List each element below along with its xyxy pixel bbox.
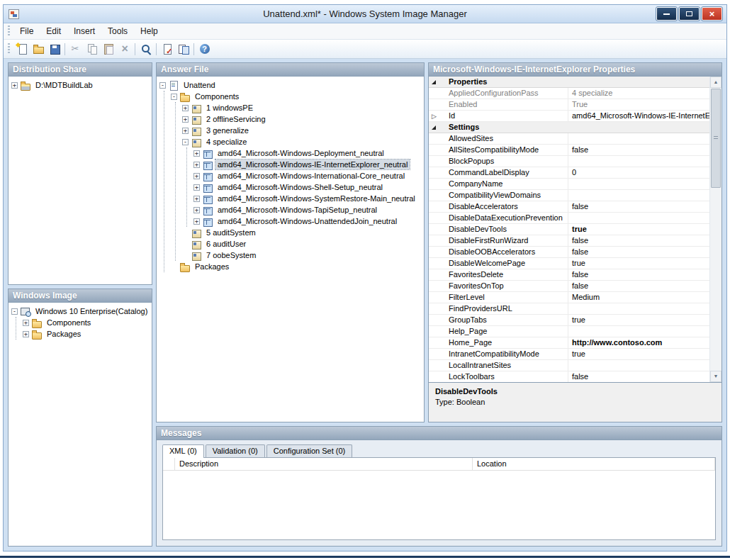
menu-tools[interactable]: Tools (101, 24, 134, 38)
tree-item-d-mdtbuildlab[interactable]: +D:\MDTBuildLab (11, 79, 150, 91)
tab-xml-0[interactable]: XML (0) (162, 444, 204, 458)
column-header-location[interactable]: Location (473, 458, 715, 470)
expand-toggle[interactable]: + (193, 150, 200, 157)
menu-file[interactable]: File (13, 24, 40, 38)
delete-button[interactable] (116, 41, 133, 57)
expand-toggle[interactable]: + (193, 162, 200, 168)
tree-item-amd64-microsoft-windows-systemrestore-main-neutral[interactable]: +amd64_Microsoft-Windows-SystemRestore-M… (193, 193, 422, 204)
tree-item-amd64-microsoft-windows-unattendedjoin-neutral[interactable]: +amd64_Microsoft-Windows-UnattendedJoin_… (193, 215, 422, 227)
tree-item-amd64-microsoft-windows-deployment-neutral[interactable]: +amd64_Microsoft-Windows-Deployment_neut… (193, 147, 422, 159)
menu-insert[interactable]: Insert (67, 24, 101, 38)
config-set-button[interactable] (175, 41, 191, 57)
property-value-compatibilityviewdomains[interactable] (568, 190, 709, 201)
tree-item-6-audituser[interactable]: 6 auditUser (182, 238, 422, 250)
property-value-locktoolbars[interactable]: false (568, 371, 709, 382)
tree-item-amd64-microsoft-windows-ie-internetexplorer-neutral[interactable]: +amd64_Microsoft-Windows-IE-InternetExpl… (193, 159, 422, 170)
find-button[interactable] (137, 41, 154, 57)
property-value-findprovidersurl[interactable] (568, 303, 709, 315)
tree-item-amd64-microsoft-windows-shell-setup-neutral[interactable]: +amd64_Microsoft-Windows-Shell-Setup_neu… (193, 181, 422, 193)
subcomponent-icon (203, 217, 213, 226)
title-bar[interactable]: Unattend.xml* - Windows System Image Man… (4, 5, 726, 23)
expand-toggle[interactable]: + (182, 128, 189, 134)
tree-item-components[interactable]: -Components (171, 91, 422, 102)
menu-edit[interactable]: Edit (40, 24, 67, 38)
minimize-button[interactable] (656, 7, 677, 21)
property-value-help-page[interactable] (568, 326, 709, 337)
expand-toggle[interactable]: + (182, 105, 189, 111)
tab-configuration-set-0[interactable]: Configuration Set (0) (266, 444, 353, 457)
scroll-up-icon[interactable]: ▲ (710, 77, 721, 88)
property-value-home-page[interactable]: http://www.contoso.com (568, 337, 709, 349)
property-value-blockpopups[interactable] (568, 156, 709, 167)
open-button[interactable] (30, 41, 46, 57)
expand-toggle[interactable]: + (193, 218, 200, 225)
property-value-enabled[interactable]: True (568, 99, 709, 111)
tree-item-1-windowspe[interactable]: +1 windowsPE (182, 102, 422, 113)
collapse-toggle[interactable]: - (182, 139, 189, 145)
copy-button[interactable] (84, 41, 100, 57)
property-value-appliedconfigurationpass[interactable]: 4 specialize (568, 88, 709, 99)
expand-toggle[interactable]: + (182, 116, 189, 123)
maximize-button[interactable] (679, 7, 700, 21)
help-button[interactable] (196, 41, 213, 57)
property-value-disableaccelerators[interactable]: false (568, 201, 709, 213)
property-value-disabledevtools[interactable]: true (568, 224, 709, 235)
tree-item-amd64-microsoft-windows-international-core-neutral[interactable]: +amd64_Microsoft-Windows-International-C… (193, 170, 422, 181)
tree-item-amd64-microsoft-windows-tapisetup-neutral[interactable]: +amd64_Microsoft-Windows-TapiSetup_neutr… (193, 204, 422, 215)
paste-button[interactable] (100, 41, 116, 57)
tab-validation-0[interactable]: Validation (0) (206, 444, 265, 457)
property-value-filterlevel[interactable]: Medium (568, 292, 709, 303)
tree-item-5-auditsystem[interactable]: 5 auditSystem (182, 227, 422, 238)
section-expander[interactable] (429, 122, 439, 133)
collapse-toggle[interactable]: - (11, 308, 18, 315)
property-value-favoritesdelete[interactable]: false (568, 269, 709, 281)
messages-list-empty[interactable] (163, 471, 715, 539)
property-value-intranetcompatibilitymode[interactable]: true (568, 349, 709, 360)
property-value-disableoobaccelerators[interactable]: false (568, 247, 709, 258)
tree-item-packages[interactable]: Packages (171, 261, 422, 272)
expand-toggle[interactable]: + (11, 82, 18, 89)
new-button[interactable] (13, 41, 30, 57)
property-value-companyname[interactable] (568, 179, 709, 190)
property-value-disablefirstrunwizard[interactable]: false (568, 235, 709, 247)
property-value-favoritesontop[interactable]: false (568, 281, 709, 292)
property-value-disabledataexecutionprevention[interactable] (568, 213, 709, 224)
expand-toggle[interactable]: + (193, 207, 200, 213)
tree-item-unattend[interactable]: -Unattend (159, 79, 422, 91)
property-value-localintranetsites[interactable] (568, 360, 709, 371)
menu-help[interactable]: Help (134, 24, 164, 38)
property-value-allsitescompatibilitymode[interactable]: false (568, 145, 709, 156)
tree-item-packages[interactable]: +Packages (23, 328, 150, 340)
tree-item-windows-10-enterprise-catalog[interactable]: -Windows 10 Enterprise(Catalog) (11, 306, 150, 317)
tree-item-3-generalize[interactable]: +3 generalize (182, 125, 422, 136)
validate-button[interactable] (159, 41, 175, 57)
section-expander[interactable] (429, 77, 439, 88)
property-section-properties[interactable]: Properties (439, 77, 709, 88)
property-section-settings[interactable]: Settings (439, 122, 709, 133)
close-button[interactable]: × (702, 7, 722, 21)
cut-button[interactable] (67, 41, 84, 57)
column-header-description[interactable]: Description (175, 458, 473, 470)
property-value-disablewelcomepage[interactable]: true (568, 258, 709, 269)
properties-scrollbar[interactable]: ▲ ▼ (709, 77, 721, 382)
property-value-allowedsites[interactable] (568, 133, 709, 145)
scroll-down-icon[interactable]: ▼ (710, 371, 721, 382)
save-button[interactable] (46, 41, 62, 57)
expand-toggle[interactable]: + (193, 173, 200, 179)
tree-item-7-oobesystem[interactable]: 7 oobeSystem (182, 250, 422, 261)
property-value-commandlabeldisplay[interactable]: 0 (568, 167, 709, 179)
validate-icon (162, 43, 173, 55)
tree-item-components[interactable]: +Components (23, 317, 150, 328)
expand-toggle[interactable]: + (23, 331, 29, 337)
scrollbar-thumb[interactable] (711, 89, 721, 188)
collapse-toggle[interactable]: - (159, 82, 166, 89)
property-value-grouptabs[interactable]: true (568, 315, 709, 326)
tree-item-4-specialize[interactable]: -4 specialize (182, 136, 422, 147)
expand-toggle[interactable]: + (193, 196, 200, 202)
collapse-toggle[interactable]: - (171, 94, 177, 100)
expand-toggle[interactable]: + (193, 184, 200, 191)
property-value-id[interactable]: amd64_Microsoft-Windows-IE-InternetExplo… (568, 111, 709, 122)
scrollbar-track[interactable] (710, 88, 721, 371)
expand-toggle[interactable]: + (23, 320, 29, 326)
tree-item-2-offlineservicing[interactable]: +2 offlineServicing (182, 113, 422, 125)
